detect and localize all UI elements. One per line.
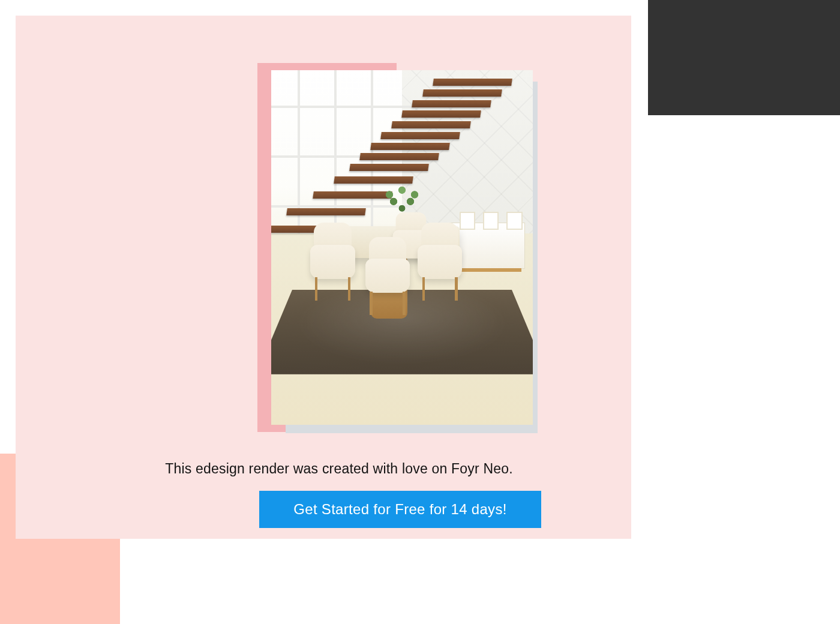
- hero-card: This edesign render was created with lov…: [16, 16, 631, 539]
- interior-render-image: [271, 70, 533, 425]
- hero-caption: This edesign render was created with lov…: [31, 461, 647, 477]
- photo-frame-icon: [483, 212, 499, 230]
- chair-icon: [418, 223, 462, 301]
- get-started-button[interactable]: Get Started for Free for 14 days!: [259, 491, 541, 528]
- chair-icon: [310, 223, 355, 301]
- photo-frame-icon: [506, 212, 522, 230]
- decor-block-dark: [648, 0, 840, 115]
- chair-icon: [365, 237, 410, 315]
